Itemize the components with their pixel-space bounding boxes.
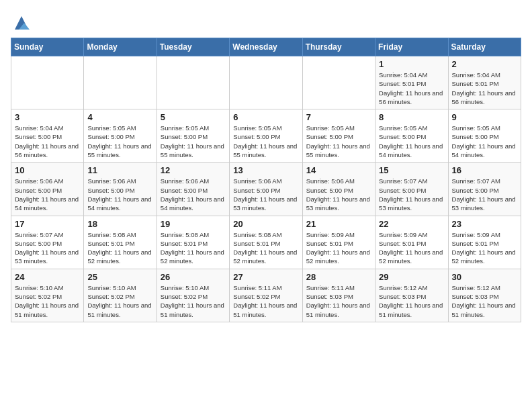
day-info: Sunrise: 5:05 AM Sunset: 5:00 PM Dayligh… bbox=[306, 124, 371, 159]
day-info: Sunrise: 5:05 AM Sunset: 5:00 PM Dayligh… bbox=[233, 124, 298, 159]
calendar-cell: 21Sunrise: 5:09 AM Sunset: 5:01 PM Dayli… bbox=[302, 216, 375, 269]
calendar-week-row: 3Sunrise: 5:04 AM Sunset: 5:00 PM Daylig… bbox=[11, 109, 521, 163]
day-info: Sunrise: 5:08 AM Sunset: 5:01 PM Dayligh… bbox=[233, 230, 298, 266]
day-number: 29 bbox=[379, 272, 444, 282]
calendar-cell: 19Sunrise: 5:08 AM Sunset: 5:01 PM Dayli… bbox=[157, 216, 229, 269]
calendar-week-row: 17Sunrise: 5:07 AM Sunset: 5:00 PM Dayli… bbox=[11, 216, 521, 269]
day-info: Sunrise: 5:06 AM Sunset: 5:00 PM Dayligh… bbox=[306, 177, 371, 212]
day-number: 16 bbox=[452, 165, 517, 175]
day-info: Sunrise: 5:12 AM Sunset: 5:03 PM Dayligh… bbox=[379, 283, 444, 319]
day-info: Sunrise: 5:12 AM Sunset: 5:03 PM Dayligh… bbox=[452, 283, 517, 319]
calendar-cell: 1Sunrise: 5:04 AM Sunset: 5:01 PM Daylig… bbox=[375, 56, 448, 109]
weekday-header: Saturday bbox=[448, 38, 521, 56]
day-number: 8 bbox=[379, 112, 444, 122]
calendar-week-row: 10Sunrise: 5:06 AM Sunset: 5:00 PM Dayli… bbox=[11, 163, 521, 216]
day-number: 22 bbox=[379, 219, 444, 229]
day-number: 13 bbox=[233, 165, 298, 175]
day-number: 15 bbox=[379, 165, 444, 175]
calendar-week-row: 1Sunrise: 5:04 AM Sunset: 5:01 PM Daylig… bbox=[11, 56, 521, 109]
day-info: Sunrise: 5:06 AM Sunset: 5:00 PM Dayligh… bbox=[15, 177, 80, 212]
day-info: Sunrise: 5:11 AM Sunset: 5:02 PM Dayligh… bbox=[233, 283, 298, 319]
day-info: Sunrise: 5:04 AM Sunset: 5:01 PM Dayligh… bbox=[379, 71, 444, 106]
day-info: Sunrise: 5:06 AM Sunset: 5:00 PM Dayligh… bbox=[161, 177, 226, 212]
weekday-header: Friday bbox=[375, 38, 448, 56]
day-number: 23 bbox=[452, 219, 517, 229]
day-number: 28 bbox=[306, 272, 371, 282]
day-number: 24 bbox=[15, 272, 80, 282]
calendar-cell bbox=[84, 56, 157, 109]
logo-icon bbox=[12, 13, 31, 32]
day-number: 20 bbox=[233, 219, 298, 229]
calendar-cell: 22Sunrise: 5:09 AM Sunset: 5:01 PM Dayli… bbox=[375, 216, 448, 269]
calendar-cell: 5Sunrise: 5:05 AM Sunset: 5:00 PM Daylig… bbox=[157, 109, 229, 163]
calendar-cell: 12Sunrise: 5:06 AM Sunset: 5:00 PM Dayli… bbox=[157, 163, 229, 216]
day-info: Sunrise: 5:06 AM Sunset: 5:00 PM Dayligh… bbox=[87, 177, 152, 212]
calendar-cell bbox=[11, 56, 84, 109]
calendar-cell: 16Sunrise: 5:07 AM Sunset: 5:00 PM Dayli… bbox=[448, 163, 521, 216]
day-number: 17 bbox=[15, 219, 80, 229]
calendar-cell: 2Sunrise: 5:04 AM Sunset: 5:01 PM Daylig… bbox=[448, 56, 521, 109]
day-info: Sunrise: 5:05 AM Sunset: 5:00 PM Dayligh… bbox=[87, 124, 152, 159]
day-number: 26 bbox=[161, 272, 226, 282]
day-info: Sunrise: 5:05 AM Sunset: 5:00 PM Dayligh… bbox=[379, 124, 444, 159]
page-header bbox=[11, 11, 521, 32]
day-number: 18 bbox=[87, 219, 152, 229]
calendar-cell: 11Sunrise: 5:06 AM Sunset: 5:00 PM Dayli… bbox=[84, 163, 157, 216]
day-number: 25 bbox=[87, 272, 152, 282]
day-number: 27 bbox=[233, 272, 298, 282]
calendar-cell: 26Sunrise: 5:10 AM Sunset: 5:02 PM Dayli… bbox=[157, 269, 229, 322]
day-info: Sunrise: 5:06 AM Sunset: 5:00 PM Dayligh… bbox=[233, 177, 298, 212]
calendar-cell: 29Sunrise: 5:12 AM Sunset: 5:03 PM Dayli… bbox=[375, 269, 448, 322]
day-info: Sunrise: 5:05 AM Sunset: 5:00 PM Dayligh… bbox=[452, 124, 517, 159]
calendar-header-row: SundayMondayTuesdayWednesdayThursdayFrid… bbox=[11, 38, 521, 56]
calendar-cell: 6Sunrise: 5:05 AM Sunset: 5:00 PM Daylig… bbox=[230, 109, 302, 163]
calendar-cell: 14Sunrise: 5:06 AM Sunset: 5:00 PM Dayli… bbox=[302, 163, 375, 216]
day-number: 1 bbox=[379, 59, 444, 69]
day-number: 9 bbox=[452, 112, 517, 122]
day-info: Sunrise: 5:04 AM Sunset: 5:00 PM Dayligh… bbox=[15, 124, 80, 159]
day-info: Sunrise: 5:10 AM Sunset: 5:02 PM Dayligh… bbox=[15, 283, 80, 319]
day-info: Sunrise: 5:09 AM Sunset: 5:01 PM Dayligh… bbox=[379, 230, 444, 266]
day-number: 19 bbox=[161, 219, 226, 229]
calendar-cell: 13Sunrise: 5:06 AM Sunset: 5:00 PM Dayli… bbox=[230, 163, 302, 216]
day-info: Sunrise: 5:11 AM Sunset: 5:03 PM Dayligh… bbox=[306, 283, 371, 319]
day-number: 7 bbox=[306, 112, 371, 122]
day-info: Sunrise: 5:10 AM Sunset: 5:02 PM Dayligh… bbox=[161, 283, 226, 319]
calendar-cell: 23Sunrise: 5:09 AM Sunset: 5:01 PM Dayli… bbox=[448, 216, 521, 269]
day-info: Sunrise: 5:08 AM Sunset: 5:01 PM Dayligh… bbox=[161, 230, 226, 266]
calendar-cell bbox=[157, 56, 229, 109]
weekday-header: Thursday bbox=[302, 38, 375, 56]
day-number: 4 bbox=[87, 112, 152, 122]
calendar-week-row: 24Sunrise: 5:10 AM Sunset: 5:02 PM Dayli… bbox=[11, 269, 521, 322]
calendar-cell: 3Sunrise: 5:04 AM Sunset: 5:00 PM Daylig… bbox=[11, 109, 84, 163]
calendar-table: SundayMondayTuesdayWednesdayThursdayFrid… bbox=[11, 38, 521, 322]
calendar-cell: 4Sunrise: 5:05 AM Sunset: 5:00 PM Daylig… bbox=[84, 109, 157, 163]
day-info: Sunrise: 5:10 AM Sunset: 5:02 PM Dayligh… bbox=[87, 283, 152, 319]
calendar-cell: 10Sunrise: 5:06 AM Sunset: 5:00 PM Dayli… bbox=[11, 163, 84, 216]
calendar-cell: 15Sunrise: 5:07 AM Sunset: 5:00 PM Dayli… bbox=[375, 163, 448, 216]
calendar-cell: 9Sunrise: 5:05 AM Sunset: 5:00 PM Daylig… bbox=[448, 109, 521, 163]
day-number: 3 bbox=[15, 112, 80, 122]
calendar-cell: 7Sunrise: 5:05 AM Sunset: 5:00 PM Daylig… bbox=[302, 109, 375, 163]
day-info: Sunrise: 5:07 AM Sunset: 5:00 PM Dayligh… bbox=[452, 177, 517, 212]
day-number: 14 bbox=[306, 165, 371, 175]
logo bbox=[11, 13, 31, 32]
day-info: Sunrise: 5:09 AM Sunset: 5:01 PM Dayligh… bbox=[452, 230, 517, 266]
weekday-header: Wednesday bbox=[230, 38, 302, 56]
calendar-cell: 30Sunrise: 5:12 AM Sunset: 5:03 PM Dayli… bbox=[448, 269, 521, 322]
day-number: 6 bbox=[233, 112, 298, 122]
day-number: 12 bbox=[161, 165, 226, 175]
day-info: Sunrise: 5:09 AM Sunset: 5:01 PM Dayligh… bbox=[306, 230, 371, 266]
day-info: Sunrise: 5:07 AM Sunset: 5:00 PM Dayligh… bbox=[15, 230, 80, 266]
calendar-cell: 8Sunrise: 5:05 AM Sunset: 5:00 PM Daylig… bbox=[375, 109, 448, 163]
day-number: 10 bbox=[15, 165, 80, 175]
calendar-cell: 28Sunrise: 5:11 AM Sunset: 5:03 PM Dayli… bbox=[302, 269, 375, 322]
day-info: Sunrise: 5:04 AM Sunset: 5:01 PM Dayligh… bbox=[452, 71, 517, 106]
day-info: Sunrise: 5:05 AM Sunset: 5:00 PM Dayligh… bbox=[161, 124, 226, 159]
weekday-header: Monday bbox=[84, 38, 157, 56]
calendar-cell: 17Sunrise: 5:07 AM Sunset: 5:00 PM Dayli… bbox=[11, 216, 84, 269]
weekday-header: Tuesday bbox=[157, 38, 229, 56]
day-number: 21 bbox=[306, 219, 371, 229]
calendar-cell: 18Sunrise: 5:08 AM Sunset: 5:01 PM Dayli… bbox=[84, 216, 157, 269]
day-number: 30 bbox=[452, 272, 517, 282]
